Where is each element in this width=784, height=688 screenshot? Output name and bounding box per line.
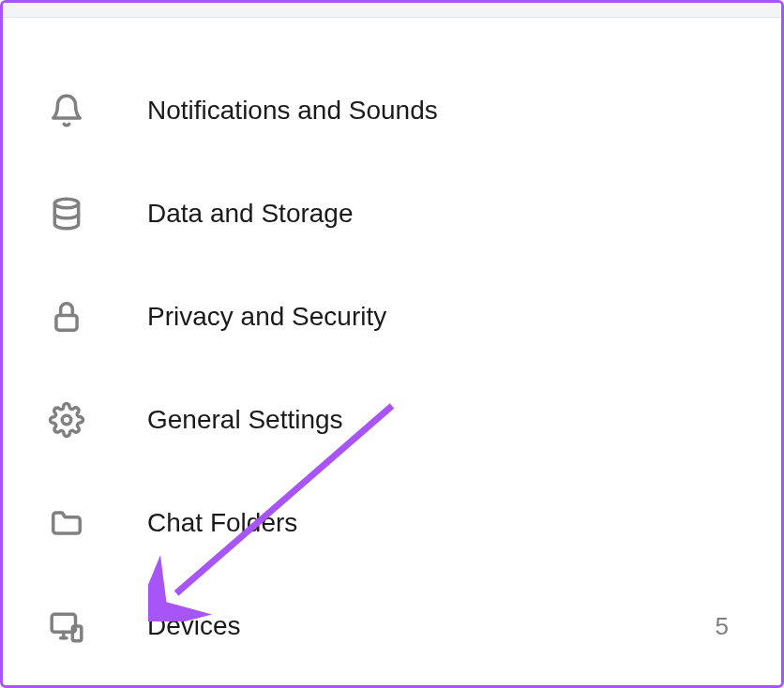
- database-icon: [48, 195, 85, 232]
- settings-frame: Notifications and Sounds Data and Storag…: [0, 0, 784, 688]
- lock-icon: [48, 298, 85, 336]
- settings-item-privacy-security[interactable]: Privacy and Security: [3, 265, 781, 368]
- settings-item-label: Notifications and Sounds: [147, 96, 736, 126]
- settings-item-label: General Settings: [147, 405, 736, 435]
- devices-count-badge: 5: [716, 612, 729, 641]
- top-divider-bar: [3, 3, 781, 18]
- svg-rect-1: [56, 315, 77, 330]
- settings-item-general-settings[interactable]: General Settings: [3, 368, 781, 471]
- gear-icon: [48, 401, 85, 439]
- settings-list: Notifications and Sounds Data and Storag…: [3, 18, 781, 678]
- bell-icon: [48, 92, 85, 129]
- settings-item-label: Data and Storage: [147, 199, 736, 229]
- settings-item-label: Privacy and Security: [147, 302, 736, 332]
- folder-icon: [48, 504, 85, 542]
- settings-item-label: Devices: [147, 611, 716, 641]
- devices-icon: [48, 607, 85, 645]
- settings-item-data-storage[interactable]: Data and Storage: [3, 162, 781, 265]
- settings-item-notifications[interactable]: Notifications and Sounds: [3, 59, 781, 162]
- settings-item-label: Chat Folders: [147, 508, 736, 538]
- svg-point-0: [54, 199, 78, 208]
- svg-point-2: [62, 415, 71, 425]
- settings-item-chat-folders[interactable]: Chat Folders: [3, 471, 781, 575]
- settings-item-devices[interactable]: Devices 5: [3, 575, 781, 678]
